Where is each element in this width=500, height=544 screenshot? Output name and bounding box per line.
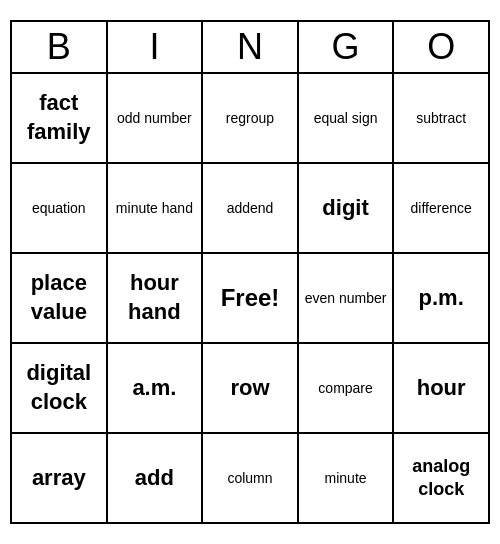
bingo-cell-4-0: array	[12, 434, 108, 522]
bingo-cell-2-1: hour hand	[108, 254, 204, 342]
bingo-row-4: arrayaddcolumnminuteanalog clock	[12, 434, 488, 522]
bingo-cell-4-4: analog clock	[394, 434, 488, 522]
header-letter-i: I	[108, 22, 204, 72]
bingo-grid: fact familyodd numberregroupequal signsu…	[12, 74, 488, 522]
bingo-cell-3-2: row	[203, 344, 299, 432]
header-letter-b: B	[12, 22, 108, 72]
bingo-cell-0-4: subtract	[394, 74, 488, 162]
bingo-row-0: fact familyodd numberregroupequal signsu…	[12, 74, 488, 164]
bingo-cell-3-1: a.m.	[108, 344, 204, 432]
bingo-cell-0-0: fact family	[12, 74, 108, 162]
bingo-cell-2-2: Free!	[203, 254, 299, 342]
bingo-row-2: place valuehour handFree!even numberp.m.	[12, 254, 488, 344]
bingo-cell-2-0: place value	[12, 254, 108, 342]
bingo-header: BINGO	[12, 22, 488, 74]
header-letter-g: G	[299, 22, 395, 72]
bingo-cell-1-0: equation	[12, 164, 108, 252]
bingo-cell-4-3: minute	[299, 434, 395, 522]
bingo-cell-1-2: addend	[203, 164, 299, 252]
bingo-cell-2-4: p.m.	[394, 254, 488, 342]
bingo-cell-3-3: compare	[299, 344, 395, 432]
bingo-cell-0-2: regroup	[203, 74, 299, 162]
bingo-card: BINGO fact familyodd numberregroupequal …	[10, 20, 490, 524]
header-letter-n: N	[203, 22, 299, 72]
bingo-cell-0-1: odd number	[108, 74, 204, 162]
bingo-cell-3-4: hour	[394, 344, 488, 432]
bingo-cell-4-1: add	[108, 434, 204, 522]
bingo-cell-2-3: even number	[299, 254, 395, 342]
bingo-row-3: digital clocka.m.rowcomparehour	[12, 344, 488, 434]
header-letter-o: O	[394, 22, 488, 72]
bingo-cell-4-2: column	[203, 434, 299, 522]
bingo-row-1: equationminute handaddenddigitdifference	[12, 164, 488, 254]
bingo-cell-3-0: digital clock	[12, 344, 108, 432]
bingo-cell-1-3: digit	[299, 164, 395, 252]
bingo-cell-0-3: equal sign	[299, 74, 395, 162]
bingo-cell-1-1: minute hand	[108, 164, 204, 252]
bingo-cell-1-4: difference	[394, 164, 488, 252]
